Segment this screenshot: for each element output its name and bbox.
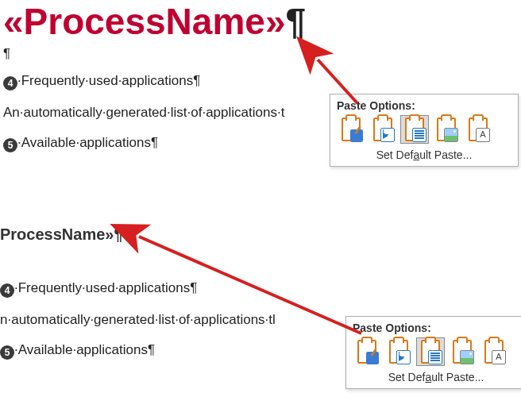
- list-text: ·Frequently·used·applications¶: [14, 280, 197, 295]
- paste-keep-text-only-button[interactable]: [400, 115, 429, 144]
- list-text: ·Available·applications¶: [14, 342, 155, 357]
- clipboard-icon: A: [484, 340, 504, 364]
- paste-merge-formatting-button[interactable]: [369, 115, 397, 144]
- numbered-bullet-5: 5: [0, 345, 14, 360]
- list-item-5: 5·Available·applications¶: [0, 342, 276, 360]
- paste-options-popup[interactable]: Paste Options: A Set Default Paste...: [345, 316, 521, 389]
- clipboard-icon: [437, 118, 456, 141]
- lines-icon: [428, 350, 442, 364]
- paste-options-toolbar: A: [353, 337, 519, 366]
- pilcrow-icon: ¶: [285, 1, 306, 42]
- paste-keep-source-formatting-button[interactable]: [337, 115, 365, 144]
- clipboard-icon: [405, 118, 424, 141]
- clipboard-icon: [357, 340, 376, 364]
- letter-a-icon: A: [476, 128, 490, 142]
- set-default-text-underline: a: [425, 371, 431, 383]
- brush-icon: [350, 129, 363, 142]
- paste-options-popup[interactable]: Paste Options: A Set Default Paste...: [330, 94, 519, 167]
- picture-icon: [460, 350, 474, 364]
- clipboard-icon: [342, 118, 361, 141]
- letter-a-icon: A: [492, 350, 506, 364]
- arrow-icon: [380, 128, 395, 142]
- list-item-4: 4·Frequently·used·applications¶: [3, 73, 306, 91]
- list-item-4: 4·Frequently·used·applications¶: [0, 280, 276, 298]
- clipboard-icon: A: [469, 118, 488, 141]
- paste-picture-button[interactable]: [432, 115, 461, 144]
- title-text: «ProcessName»: [3, 1, 285, 42]
- clipboard-icon: [373, 118, 392, 141]
- numbered-bullet-4: 4: [3, 76, 17, 91]
- paste-options-label: Paste Options:: [337, 99, 511, 112]
- subheading-text: ProcessName»¶: [0, 225, 276, 244]
- clipboard-icon: [389, 340, 408, 364]
- numbered-bullet-5: 5: [3, 138, 17, 152]
- list-item-5: 5·Available·applications¶: [3, 135, 306, 152]
- paste-keep-text-only-button[interactable]: [416, 337, 445, 366]
- arrow-icon: [396, 350, 411, 364]
- set-default-text-post: ult Paste...: [419, 148, 472, 161]
- body-text: An·automatically·generated·list·of·appli…: [3, 105, 306, 121]
- set-default-text-pre: Set Def: [388, 371, 426, 383]
- bottom-section: ProcessName»¶ 4·Frequently·used·applicat…: [0, 225, 276, 364]
- paste-keep-source-formatting-button[interactable]: [353, 337, 381, 366]
- set-default-paste-button[interactable]: Set Default Paste...: [353, 368, 519, 385]
- empty-paragraph: ¶: [3, 46, 306, 62]
- set-default-text-post: ult Paste...: [431, 371, 484, 383]
- list-text: ·Available·applications¶: [17, 135, 158, 150]
- picture-icon: [444, 128, 458, 142]
- paste-merge-formatting-button[interactable]: [384, 337, 413, 366]
- paste-options-toolbar: A: [337, 115, 511, 144]
- clipboard-icon: [453, 340, 472, 364]
- list-text: ·Frequently·used·applications¶: [17, 73, 200, 88]
- set-default-paste-button[interactable]: Set Default Paste...: [337, 145, 511, 163]
- top-section: «ProcessName»¶ ¶ 4·Frequently·used·appli…: [0, 0, 306, 157]
- pilcrow-icon: ¶: [3, 46, 10, 61]
- paste-unformatted-text-button[interactable]: A: [464, 115, 492, 144]
- lines-icon: [412, 128, 426, 142]
- set-default-text-pre: Set Def: [376, 148, 414, 161]
- brush-icon: [366, 352, 379, 364]
- page-title: «ProcessName»¶: [3, 0, 306, 43]
- document-canvas: «ProcessName»¶ ¶ 4·Frequently·used·appli…: [0, 0, 521, 420]
- paste-unformatted-text-button[interactable]: A: [480, 337, 508, 366]
- set-default-text-underline: a: [413, 148, 419, 161]
- numbered-bullet-4: 4: [0, 283, 14, 298]
- body-text: n·automatically·generated·list·of·applic…: [0, 312, 276, 328]
- paste-picture-button[interactable]: [448, 337, 477, 366]
- clipboard-icon: [421, 340, 440, 364]
- paste-options-label: Paste Options:: [353, 322, 519, 334]
